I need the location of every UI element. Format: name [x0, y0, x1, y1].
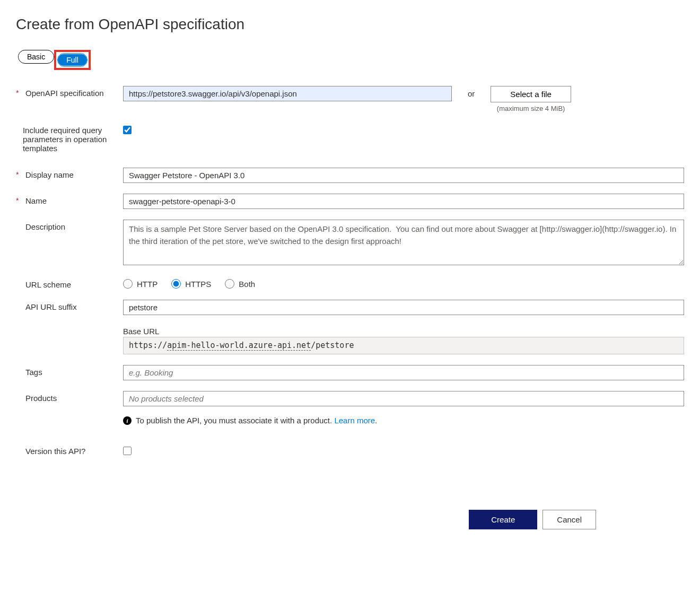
create-button[interactable]: Create [469, 510, 537, 529]
version-api-checkbox[interactable] [123, 447, 132, 455]
cancel-button[interactable]: Cancel [542, 510, 596, 529]
publish-hint-text: To publish the API, you must associate i… [136, 416, 377, 425]
include-query-checkbox[interactable] [123, 126, 132, 134]
tags-input[interactable] [123, 365, 684, 380]
base-url-readonly: https://apim-hello-world.azure-api.net/p… [123, 337, 684, 354]
display-name-label: Display name [25, 170, 74, 179]
openapi-url-input[interactable] [123, 86, 452, 101]
radio-https[interactable]: HTTPS [171, 279, 211, 289]
products-label: Products [25, 394, 57, 403]
toggle-full[interactable]: Full [58, 54, 87, 66]
max-size-hint: (maximum size 4 MiB) [491, 104, 571, 112]
description-label: Description [25, 222, 65, 231]
name-input[interactable] [123, 194, 684, 209]
radio-http[interactable]: HTTP [123, 279, 158, 289]
include-query-label: Include required query parameters in ope… [23, 126, 123, 153]
info-icon: i [123, 416, 132, 425]
api-suffix-label: API URL suffix [25, 302, 77, 311]
base-url-label: Base URL [123, 327, 684, 336]
radio-both[interactable]: Both [225, 279, 255, 289]
url-scheme-label: URL scheme [25, 280, 71, 289]
select-file-button[interactable]: Select a file [491, 86, 571, 102]
tags-label: Tags [25, 368, 42, 377]
toggle-basic[interactable]: Basic [19, 51, 54, 63]
description-textarea[interactable] [123, 220, 684, 265]
full-tab-highlight-box: Full [54, 50, 91, 70]
learn-more-link[interactable]: Learn more [334, 416, 375, 425]
openapi-spec-label: OpenAPI specification [25, 89, 104, 98]
required-marker: * [16, 196, 21, 205]
api-suffix-input[interactable] [123, 300, 684, 315]
display-name-input[interactable] [123, 168, 684, 183]
page-title: Create from OpenAPI specification [16, 16, 684, 33]
required-marker: * [16, 89, 21, 97]
required-marker: * [16, 170, 21, 179]
products-input[interactable] [123, 391, 684, 406]
name-label: Name [25, 196, 47, 205]
or-text: or [468, 86, 475, 98]
version-api-label: Version this API? [25, 447, 85, 456]
